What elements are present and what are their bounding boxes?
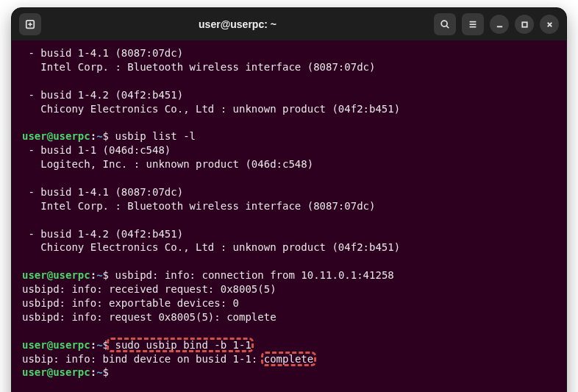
output-line: usbipd: info: connection from 10.11.0.1:…	[109, 269, 394, 281]
close-icon	[546, 21, 554, 29]
search-icon	[440, 19, 450, 29]
output-line: usbipd: info: received request: 0x8005(5…	[22, 283, 276, 295]
prompt-userhost: user@userpc	[22, 366, 90, 378]
output-line: usbipd: info: request 0x8005(5): complet…	[22, 311, 276, 323]
output-line: - busid 1-4.1 (8087:07dc)	[22, 186, 183, 198]
prompt-colon: :	[90, 130, 96, 142]
output-line: Intel Corp. : Bluetooth wireless interfa…	[22, 200, 375, 212]
terminal-window: user@userpc: ~ - busid 1-4.1 (8087:07dc)…	[11, 7, 567, 392]
output-line: - busid 1-4.1 (8087:07dc)	[22, 47, 183, 59]
maximize-button[interactable]	[515, 15, 534, 34]
prompt-colon: :	[90, 269, 96, 281]
output-line: - busid 1-4.2 (04f2:b451)	[22, 228, 183, 240]
prompt-dollar: $	[103, 269, 109, 281]
prompt-dollar: $	[103, 339, 109, 351]
output-line: Intel Corp. : Bluetooth wireless interfa…	[22, 61, 375, 73]
prompt-userhost: user@userpc	[22, 130, 90, 142]
output-line: - busid 1-4.2 (04f2:b451)	[22, 89, 183, 101]
menu-button[interactable]	[462, 13, 484, 35]
svg-rect-9	[522, 22, 527, 26]
prompt-colon: :	[90, 366, 96, 378]
terminal-output[interactable]: - busid 1-4.1 (8087:07dc) Intel Corp. : …	[12, 40, 566, 392]
prompt-dollar: $	[103, 130, 109, 142]
prompt-path: ~	[96, 269, 102, 281]
prompt-path: ~	[96, 130, 102, 142]
new-tab-icon	[25, 19, 35, 29]
hamburger-icon	[468, 19, 478, 29]
output-line: Chicony Electronics Co., Ltd : unknown p…	[22, 103, 400, 115]
prompt-userhost: user@userpc	[22, 339, 90, 351]
output-line: Chicony Electronics Co., Ltd : unknown p…	[22, 241, 400, 253]
output-line: usbip: info: bind device on busid 1-1:	[22, 353, 264, 365]
prompt-dollar: $	[103, 366, 109, 378]
svg-line-4	[446, 26, 449, 28]
maximize-icon	[521, 21, 529, 29]
new-tab-button[interactable]	[19, 13, 41, 35]
prompt-colon: :	[90, 339, 96, 351]
command-text: usbip list -l	[109, 130, 196, 142]
svg-point-3	[441, 21, 447, 26]
search-button[interactable]	[434, 13, 456, 35]
window-title: user@userpc: ~	[47, 18, 428, 30]
command-text: sudo usbip bind -b 1-1	[109, 339, 251, 351]
minimize-button[interactable]	[490, 15, 509, 34]
titlebar: user@userpc: ~	[12, 8, 566, 40]
prompt-path: ~	[96, 366, 102, 378]
minimize-icon	[496, 21, 504, 29]
output-line: - busid 1-1 (046d:c548)	[22, 144, 171, 156]
prompt-path: ~	[96, 339, 102, 351]
prompt-userhost: user@userpc	[22, 269, 90, 281]
output-line: usbipd: info: exportable devices: 0	[22, 297, 239, 309]
close-button[interactable]	[540, 15, 559, 34]
output-line: Logitech, Inc. : unknown product (046d:c…	[22, 158, 313, 170]
output-complete-word: complete	[264, 353, 313, 365]
